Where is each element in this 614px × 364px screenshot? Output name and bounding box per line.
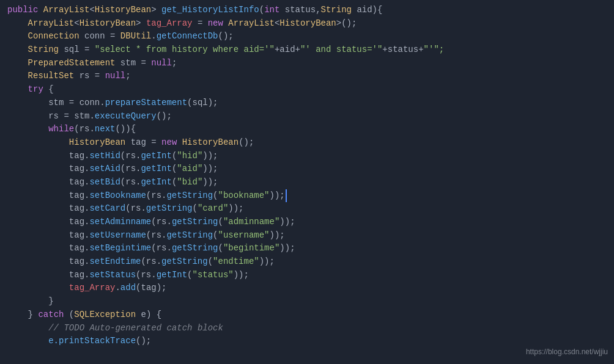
code-line: tag.setUsername(rs.getString("username")… bbox=[7, 229, 614, 242]
token: tag. bbox=[69, 270, 90, 280]
token: ArrayList bbox=[43, 5, 90, 15]
token: tag bbox=[131, 137, 146, 147]
code-line: String sql = "select * from history wher… bbox=[7, 43, 614, 57]
token: "bookname" bbox=[218, 191, 270, 200]
token: (); bbox=[239, 137, 254, 147]
token: "status" bbox=[193, 270, 234, 280]
token: } bbox=[28, 310, 39, 319]
token: )); bbox=[234, 270, 249, 280]
token: TODO bbox=[64, 323, 84, 333]
token: )); bbox=[228, 203, 243, 213]
code-line: } catch (SQLException e) { bbox=[7, 308, 614, 322]
token: = stm. bbox=[59, 111, 95, 121]
token: (rs. bbox=[146, 191, 167, 200]
code-line: tag.setBookname(rs.getString("bookname")… bbox=[7, 189, 614, 203]
token: )); bbox=[279, 243, 295, 253]
token: public bbox=[7, 5, 43, 15]
token: (); bbox=[136, 336, 151, 346]
token: = conn. bbox=[64, 98, 105, 107]
token: ( bbox=[187, 270, 192, 280]
code-line: rs = stm.executeQuery(); bbox=[7, 110, 614, 123]
token: +aid+ bbox=[275, 45, 300, 54]
token: stm bbox=[48, 98, 64, 107]
token: ( bbox=[213, 230, 218, 240]
token: tag. bbox=[69, 177, 90, 187]
token: add bbox=[120, 283, 136, 293]
token: = bbox=[146, 137, 161, 147]
code-line: while(rs.next()){ bbox=[7, 123, 614, 136]
code-line: HistoryBean tag = new HistoryBean(); bbox=[7, 136, 614, 150]
token: get_HistoryListInfo bbox=[161, 5, 259, 15]
token: (rs. bbox=[125, 203, 146, 213]
token: (); bbox=[157, 111, 172, 121]
token: new bbox=[208, 18, 229, 28]
token: )); bbox=[202, 177, 218, 187]
token: < bbox=[89, 5, 94, 15]
token: tag. bbox=[69, 243, 90, 253]
token: (rs. bbox=[141, 257, 161, 266]
token: ResultSet bbox=[28, 71, 80, 81]
token: setEndtime bbox=[89, 257, 141, 266]
token: "bid" bbox=[177, 177, 202, 187]
token: HistoryBean bbox=[279, 18, 336, 28]
token: aid bbox=[357, 5, 372, 15]
code-line: } bbox=[7, 295, 614, 308]
token: getInt bbox=[157, 270, 187, 280]
token: Auto-generated catch block bbox=[84, 323, 223, 333]
token: )); bbox=[270, 230, 285, 240]
token: PreparedStatement bbox=[28, 58, 120, 68]
token: = bbox=[89, 71, 105, 81]
code-line: ArrayList<HistoryBean> tag_Array = new A… bbox=[7, 17, 614, 31]
token: = bbox=[105, 31, 120, 41]
token: (rs. bbox=[151, 243, 172, 253]
token: tag. bbox=[69, 230, 90, 240]
code-line: Connection conn = DBUtil.getConnectDb(); bbox=[7, 30, 614, 43]
token: tag. bbox=[69, 164, 90, 173]
token: (rs. bbox=[120, 164, 141, 173]
token: (rs. bbox=[151, 217, 172, 227]
text-cursor bbox=[286, 189, 287, 203]
token: getConnectDb bbox=[157, 31, 218, 41]
token: ) { bbox=[146, 310, 161, 319]
token: (rs. bbox=[146, 230, 167, 240]
token: DBUtil bbox=[120, 31, 151, 41]
token: . bbox=[151, 31, 156, 41]
token: setHid bbox=[89, 151, 120, 161]
token: ( bbox=[64, 310, 74, 319]
token: HistoryBean bbox=[69, 137, 131, 147]
token: setStatus bbox=[89, 270, 136, 280]
token: ( bbox=[192, 203, 197, 213]
token: ArrayList bbox=[228, 18, 275, 28]
token: = bbox=[136, 58, 151, 68]
token: catch bbox=[38, 310, 64, 319]
token: SQLException bbox=[74, 310, 141, 319]
token: rs bbox=[48, 111, 59, 121]
token: > bbox=[151, 5, 161, 15]
code-line: tag.setAid(rs.getInt("aid")); bbox=[7, 162, 614, 176]
token: Connection bbox=[28, 31, 84, 41]
token: e.printStackTrace bbox=[48, 336, 136, 346]
token: null bbox=[105, 71, 126, 81]
token: setAdminname bbox=[89, 217, 151, 227]
token: )); bbox=[202, 164, 218, 173]
token: tag. bbox=[69, 217, 90, 227]
token: )); bbox=[259, 257, 275, 266]
token: String bbox=[28, 45, 64, 54]
token: getInt bbox=[141, 177, 171, 187]
token: stm bbox=[120, 58, 136, 68]
token: getInt bbox=[141, 164, 171, 173]
token: int bbox=[264, 5, 285, 15]
token: +status+ bbox=[382, 45, 423, 54]
token: "adminname" bbox=[223, 217, 279, 227]
token: "username" bbox=[218, 230, 270, 240]
token: "hid" bbox=[177, 151, 202, 161]
code-line: // TODO Auto-generated catch block bbox=[7, 322, 614, 335]
token: getString bbox=[166, 230, 213, 240]
code-line: PreparedStatement stm = null; bbox=[7, 57, 614, 70]
token: setBookname bbox=[89, 191, 146, 200]
token: tag. bbox=[69, 151, 90, 161]
token: getInt bbox=[141, 151, 171, 161]
token: (tag); bbox=[136, 283, 166, 293]
token: ( bbox=[218, 217, 223, 227]
token: (sql); bbox=[187, 98, 218, 107]
